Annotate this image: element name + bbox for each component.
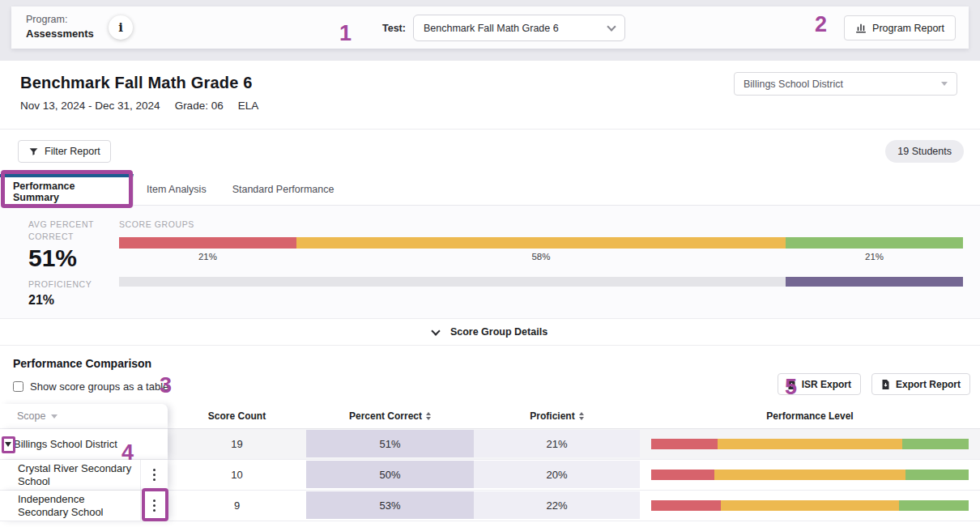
chevron-down-icon — [607, 22, 616, 31]
collapse-caret-icon[interactable] — [5, 442, 11, 447]
summary-stats: AVG PERCENT CORRECT 51% PROFICIENCY 21% — [28, 219, 119, 318]
date-range: Nov 13, 2024 - Dec 31, 2024 — [20, 100, 160, 112]
table-row-school: Independence Secondary School 9 53% 22% — [0, 491, 980, 521]
score-group-mid-label: 58% — [296, 252, 786, 261]
performance-comparison-table: Scope Score Count Percent Correct Profic… — [0, 404, 980, 521]
scope-name: Crystal River Secondary School — [3, 462, 140, 488]
score-group-high-label: 21% — [786, 252, 963, 261]
performance-level-cell — [640, 460, 980, 491]
program-value: Assessments — [26, 27, 94, 40]
tab-standard-performance[interactable]: Standard Performance — [219, 174, 347, 205]
performance-level-cell — [640, 429, 980, 460]
isr-export-label: ISR Export — [802, 379, 851, 390]
test-label: Test: — [382, 23, 406, 34]
percent-correct-cell: 50% — [306, 460, 474, 491]
report-card: Benchmark Fall Math Grade 6 Nov 13, 2024… — [0, 61, 980, 527]
summary-panel: AVG PERCENT CORRECT 51% PROFICIENCY 21% … — [0, 206, 980, 319]
column-header-percent-correct[interactable]: Percent Correct — [306, 404, 474, 429]
subject-label: ELA — [238, 100, 259, 112]
proficient-cell: 20% — [474, 460, 640, 491]
sort-icon[interactable] — [426, 412, 431, 420]
column-header-performance-level: Performance Level — [640, 404, 980, 429]
program-label: Program: — [26, 13, 94, 27]
district-dropdown-value: Billings School District — [744, 79, 941, 90]
table-row-school: Crystal River Secondary School 10 50% 20… — [0, 460, 980, 491]
scope-cell-district[interactable]: Billings School District — [0, 429, 168, 460]
filter-toolbar: Filter Report 19 Students — [0, 130, 980, 174]
test-dropdown[interactable]: Benchmark Fall Math Grade 6 — [413, 15, 625, 41]
funnel-icon — [28, 147, 39, 157]
avg-percent-correct-label: AVG PERCENT CORRECT — [28, 219, 119, 243]
proficiency-bar-track — [119, 277, 963, 287]
annotation-number-2: 2 — [815, 12, 827, 37]
annotation-number-4: 4 — [121, 440, 134, 465]
score-group-details-label: Score Group Details — [450, 326, 548, 338]
export-buttons: ISR Export Export Report — [778, 373, 970, 395]
performance-level-bar — [651, 470, 969, 480]
performance-comparison-title: Performance Comparison — [13, 357, 967, 370]
report-subtitle: Nov 13, 2024 - Dec 31, 2024 Grade: 06 EL… — [20, 100, 960, 112]
tab-item-analysis[interactable]: Item Analysis — [134, 174, 219, 205]
grade-label: Grade: 06 — [175, 100, 224, 112]
report-header: Benchmark Fall Math Grade 6 Nov 13, 2024… — [0, 61, 980, 130]
program-report-label: Program Report — [872, 23, 944, 34]
table-row-district: Billings School District 19 51% 21% — [0, 429, 980, 460]
table-header-row: Scope Score Count Percent Correct Profic… — [0, 404, 980, 429]
info-icon[interactable]: i — [109, 15, 133, 40]
scope-cell-school[interactable]: Independence Secondary School — [0, 491, 168, 521]
students-count-badge: 19 Students — [885, 140, 964, 163]
proficient-cell: 21% — [474, 429, 640, 460]
scope-name: Independence Secondary School — [3, 493, 140, 519]
filter-report-button[interactable]: Filter Report — [18, 140, 111, 163]
caret-down-icon — [941, 82, 948, 86]
performance-level-cell — [640, 491, 980, 521]
column-header-scope[interactable]: Scope — [0, 404, 168, 429]
avg-percent-correct-value: 51% — [28, 244, 119, 272]
score-group-low-label: 21% — [119, 252, 296, 261]
test-dropdown-value: Benchmark Fall Math Grade 6 — [424, 23, 608, 34]
district-dropdown[interactable]: Billings School District — [734, 72, 957, 96]
chevron-down-icon — [431, 326, 440, 335]
filter-report-label: Filter Report — [45, 146, 100, 157]
bar-chart-icon — [855, 23, 867, 33]
test-selector-group: Test: Benchmark Fall Math Grade 6 — [382, 15, 625, 41]
scope-cell-school[interactable]: Crystal River Secondary School — [0, 460, 168, 491]
column-header-proficient[interactable]: Proficient — [474, 404, 640, 429]
row-menu-button[interactable] — [140, 460, 168, 490]
row-menu-button[interactable] — [140, 491, 168, 521]
program-block: Program: Assessments — [26, 13, 94, 40]
score-count-cell: 9 — [168, 491, 306, 521]
caret-down-icon — [51, 414, 58, 419]
score-groups-bar — [119, 237, 963, 249]
proficiency-bar-fill — [786, 277, 963, 287]
percent-correct-cell: 51% — [306, 429, 474, 460]
kebab-menu-icon — [153, 499, 156, 512]
score-groups-label: SCORE GROUPS — [119, 219, 963, 231]
show-score-groups-label[interactable]: Show score groups as a table — [30, 380, 168, 393]
export-report-button[interactable]: Export Report — [871, 373, 970, 395]
proficient-header-label: Proficient — [530, 410, 574, 422]
scope-header-label: Scope — [17, 410, 45, 422]
program-report-button[interactable]: Program Report — [844, 15, 956, 40]
export-report-label: Export Report — [896, 379, 961, 390]
score-count-cell: 10 — [168, 460, 306, 491]
performance-level-bar — [651, 439, 969, 449]
score-count-cell: 19 — [168, 429, 306, 460]
show-score-groups-checkbox[interactable] — [13, 381, 23, 392]
score-group-details-toggle[interactable]: Score Group Details — [0, 319, 980, 346]
proficiency-value: 21% — [28, 293, 119, 308]
proficiency-label: PROFICIENCY — [28, 278, 119, 291]
performance-comparison-header: Performance Comparison Show score groups… — [0, 346, 980, 404]
proficient-cell: 22% — [474, 491, 640, 521]
score-groups-chart: SCORE GROUPS 21% 58% 21% — [119, 219, 963, 318]
report-tabs: Performance Summary Item Analysis Standa… — [0, 174, 980, 206]
tab-performance-summary[interactable]: Performance Summary — [0, 174, 134, 206]
sort-icon[interactable] — [579, 412, 584, 420]
score-groups-bar-labels: 21% 58% 21% — [119, 252, 963, 261]
performance-level-bar — [651, 500, 969, 511]
download-file-icon — [881, 380, 890, 389]
page: Program: Assessments i Test: Benchmark F… — [0, 0, 980, 527]
percent-correct-header-label: Percent Correct — [349, 410, 422, 422]
kebab-menu-icon — [153, 468, 156, 482]
column-header-score-count: Score Count — [168, 404, 306, 429]
